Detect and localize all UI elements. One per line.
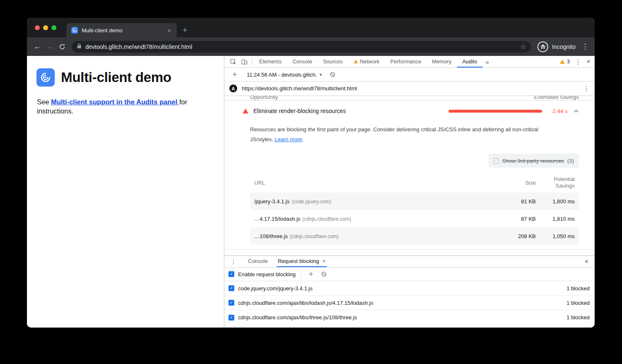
url-input[interactable]: devtools.glitch.me/wndt78/multiclient.ht… xyxy=(72,41,531,53)
site-avatar: A xyxy=(229,84,237,92)
add-pattern-icon[interactable]: + xyxy=(306,270,316,279)
audits-support-link[interactable]: Multi-client support in the Audits panel xyxy=(51,98,179,106)
devtools-panel: Elements Console Sources Network Perform… xyxy=(224,56,595,328)
page-paragraph: See Multi-client support in the Audits p… xyxy=(37,98,217,116)
pattern-checkbox[interactable] xyxy=(228,315,234,321)
inspect-element-icon[interactable] xyxy=(228,56,239,67)
pattern-url: cdnjs.cloudflare.com/ajax/libs/three.js/… xyxy=(238,314,566,321)
column-header-savings: Potential Savings xyxy=(542,176,575,189)
devtools-toolbar-right: 3 ⋮ × xyxy=(560,56,591,67)
new-audit-icon[interactable]: + xyxy=(229,70,240,79)
incognito-label: Incognito xyxy=(552,43,576,50)
audit-finding-row[interactable]: Eliminate render-blocking resources 2.44… xyxy=(224,101,595,114)
drawer-tab-bar: ⋮ Console Request blocking × × xyxy=(224,256,595,268)
toolbar-divider xyxy=(252,58,252,65)
browser-menu-icon[interactable]: ⋮ xyxy=(580,42,590,51)
drawer-menu-icon[interactable]: ⋮ xyxy=(228,256,239,267)
tab-performance[interactable]: Performance xyxy=(385,56,426,67)
enable-request-blocking-checkbox[interactable] xyxy=(228,271,234,277)
audit-session-label: 11:24:56 AM - devtools.glitch. xyxy=(247,72,317,78)
network-warning-icon xyxy=(354,60,358,63)
swirl-app-icon xyxy=(36,68,55,87)
tab-sources[interactable]: Sources xyxy=(318,56,348,67)
tab-title: Multi-client demo xyxy=(82,27,162,34)
devtools-close-icon[interactable]: × xyxy=(586,58,590,66)
back-button[interactable]: ← xyxy=(31,41,44,53)
third-party-count: (3) xyxy=(567,158,574,164)
minimize-window-button[interactable] xyxy=(43,25,48,30)
collapse-chevron-icon[interactable] xyxy=(573,109,579,113)
blocked-count: 1 blocked xyxy=(566,314,590,321)
column-header-size: Size xyxy=(507,180,536,186)
resource-savings: 1,810 ms xyxy=(542,216,575,222)
pattern-checkbox[interactable] xyxy=(228,285,234,291)
close-window-button[interactable] xyxy=(35,25,40,30)
paragraph-prefix: See xyxy=(37,98,51,106)
browser-window: Multi-client demo × + ← → xyxy=(27,18,595,328)
table-row: /jquery-3.4.1.js(code.jquery.com) 81 KB … xyxy=(250,193,579,210)
table-row: …108/three.js(cdnjs.cloudflare.com) 208 … xyxy=(250,227,579,245)
drawer-tab-request-blocking[interactable]: Request blocking × xyxy=(277,256,327,267)
third-party-filter[interactable]: Show 3rd-party resources (3) xyxy=(488,154,579,168)
third-party-checkbox[interactable] xyxy=(493,158,499,164)
resource-url: …108/three.js xyxy=(254,233,288,239)
tab-elements[interactable]: Elements xyxy=(254,56,287,67)
pattern-url: cdnjs.cloudflare.com/ajax/libs/lodash.js… xyxy=(238,300,566,306)
enable-request-blocking-label[interactable]: Enable request blocking xyxy=(238,271,296,277)
column-header-url: URL xyxy=(254,180,507,186)
warning-count-badge[interactable]: 3 xyxy=(560,59,570,65)
devtools-menu-icon[interactable]: ⋮ xyxy=(575,58,581,66)
report-menu-icon[interactable]: ⋮ xyxy=(583,84,590,92)
resource-url: /jquery-3.4.1.js xyxy=(254,198,289,205)
table-header-row: URL Size Potential Savings xyxy=(250,176,579,193)
audited-url-bar: A https://devtools.glitch.me/wndt78/mult… xyxy=(224,82,595,96)
opportunity-column-label: Opportunity xyxy=(250,96,278,100)
resources-table: URL Size Potential Savings /jquery-3.4.1… xyxy=(250,176,579,245)
resource-savings: 1,050 ms xyxy=(542,233,575,239)
table-row: …4.17.15/lodash.js(cdnjs.cloudflare.com)… xyxy=(250,210,579,227)
remove-all-patterns-icon[interactable] xyxy=(321,271,327,277)
blocked-pattern-row: cdnjs.cloudflare.com/ajax/libs/three.js/… xyxy=(224,310,595,325)
reload-button[interactable] xyxy=(56,41,68,53)
estimated-savings-column-label: Estimated Savings xyxy=(534,96,579,100)
resource-origin: (code.jquery.com) xyxy=(292,199,331,205)
bookmark-star-icon[interactable]: ☆ xyxy=(520,43,526,51)
blocked-pattern-row: code.jquery.com/jquery-3.4.1.js 1 blocke… xyxy=(224,281,595,296)
page-title: Multi-client demo xyxy=(61,70,171,85)
request-blocking-controls: Enable request blocking + xyxy=(224,268,595,281)
forward-button[interactable]: → xyxy=(44,41,56,53)
fullscreen-window-button[interactable] xyxy=(51,25,56,30)
audit-description: Resources are blocking the first paint o… xyxy=(250,125,561,145)
pattern-url: code.jquery.com/jquery-3.4.1.js xyxy=(238,285,566,292)
device-toolbar-icon[interactable] xyxy=(239,56,250,67)
tab-close-icon[interactable]: × xyxy=(166,27,173,34)
audit-session-select[interactable]: 11:24:56 AM - devtools.glitch. ▾ xyxy=(247,72,322,78)
resource-size: 87 KB xyxy=(507,216,536,222)
browser-tab[interactable]: Multi-client demo × xyxy=(66,23,177,37)
audits-report: Opportunity Estimated Savings Eliminate … xyxy=(224,96,595,256)
clear-audits-icon[interactable] xyxy=(330,72,335,77)
drawer-close-icon[interactable]: × xyxy=(582,256,591,267)
failed-audit-icon xyxy=(243,108,248,113)
devtools-drawer: ⋮ Console Request blocking × × Enable re… xyxy=(224,256,595,328)
desktop-background: Multi-client demo × + ← → xyxy=(0,0,622,364)
address-bar: ← → devtools.glitch.me/wndt78/multiclien… xyxy=(27,37,595,56)
tab-network[interactable]: Network xyxy=(348,56,385,67)
tab-memory[interactable]: Memory xyxy=(427,56,457,67)
audit-finding-title: Eliminate render-blocking resources xyxy=(253,108,346,114)
more-tabs-icon[interactable]: » xyxy=(483,56,492,67)
opportunity-header-row: Opportunity Estimated Savings xyxy=(224,96,595,101)
drawer-tab-close-icon[interactable]: × xyxy=(322,258,326,264)
learn-more-link[interactable]: Learn more xyxy=(275,136,302,142)
window-controls xyxy=(35,25,56,30)
controls-divider xyxy=(301,270,301,278)
new-tab-button[interactable]: + xyxy=(182,26,187,34)
warning-count: 3 xyxy=(567,59,570,65)
pattern-checkbox[interactable] xyxy=(228,300,234,306)
web-page: Multi-client demo See Multi-client suppo… xyxy=(27,56,224,328)
tab-console[interactable]: Console xyxy=(287,56,318,67)
drawer-tab-console[interactable]: Console xyxy=(247,256,269,267)
tab-audits[interactable]: Audits xyxy=(457,56,483,67)
warning-icon xyxy=(560,60,565,64)
lock-icon[interactable] xyxy=(77,43,82,51)
